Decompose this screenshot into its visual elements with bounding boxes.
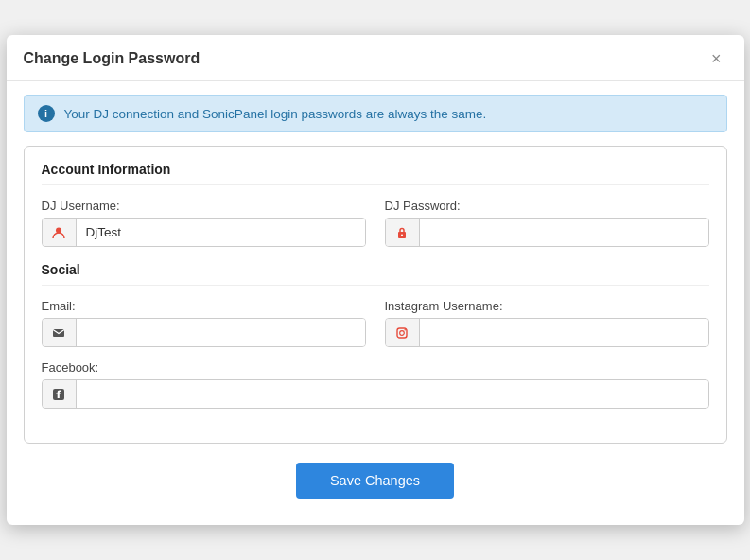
instagram-icon	[386, 319, 420, 346]
email-group: Email:	[42, 299, 366, 347]
close-button[interactable]: ×	[706, 48, 727, 69]
instagram-input[interactable]	[420, 319, 708, 346]
form-card: Account Information DJ Username:	[24, 146, 727, 444]
info-banner: i Your DJ connection and SonicPanel logi…	[24, 95, 727, 132]
social-section: Social Email:	[42, 262, 709, 409]
lock-icon	[386, 219, 420, 246]
user-icon	[43, 219, 77, 246]
email-label: Email:	[42, 299, 366, 313]
modal-body: i Your DJ connection and SonicPanel logi…	[7, 81, 744, 525]
dj-username-group: DJ Username:	[42, 199, 366, 247]
facebook-input-wrapper	[42, 379, 709, 409]
email-icon	[43, 319, 77, 346]
instagram-group: Instagram Username:	[385, 299, 709, 347]
svg-point-2	[401, 234, 403, 236]
dj-username-label: DJ Username:	[42, 199, 366, 213]
facebook-group: Facebook:	[42, 360, 709, 409]
email-input[interactable]	[77, 319, 365, 346]
modal-footer: Save Changes	[24, 457, 727, 508]
account-form-grid: DJ Username:	[42, 199, 709, 247]
modal-header: Change Login Password ×	[7, 35, 744, 81]
facebook-input[interactable]	[77, 380, 708, 408]
dj-password-label: DJ Password:	[385, 199, 709, 213]
instagram-input-wrapper	[385, 318, 709, 347]
modal-title: Change Login Password	[24, 50, 201, 67]
email-input-wrapper	[42, 318, 366, 347]
dj-password-input[interactable]	[420, 219, 708, 246]
svg-point-6	[404, 329, 406, 331]
instagram-label: Instagram Username:	[385, 299, 709, 313]
svg-point-5	[400, 330, 405, 335]
dj-password-group: DJ Password:	[385, 199, 709, 247]
social-section-title: Social	[42, 262, 709, 286]
account-section-title: Account Information	[42, 162, 709, 185]
dj-password-input-wrapper	[385, 218, 709, 247]
facebook-icon	[43, 380, 77, 408]
account-section: Account Information DJ Username:	[42, 162, 709, 247]
social-form-grid: Email: Inst	[42, 299, 709, 409]
info-banner-text: Your DJ connection and SonicPanel login …	[64, 107, 487, 121]
dj-username-input-wrapper	[42, 218, 366, 247]
modal-container: Change Login Password × i Your DJ connec…	[7, 35, 744, 525]
facebook-label: Facebook:	[42, 360, 709, 375]
save-changes-button[interactable]: Save Changes	[296, 463, 454, 499]
dj-username-input[interactable]	[77, 219, 365, 246]
info-icon: i	[38, 105, 55, 122]
